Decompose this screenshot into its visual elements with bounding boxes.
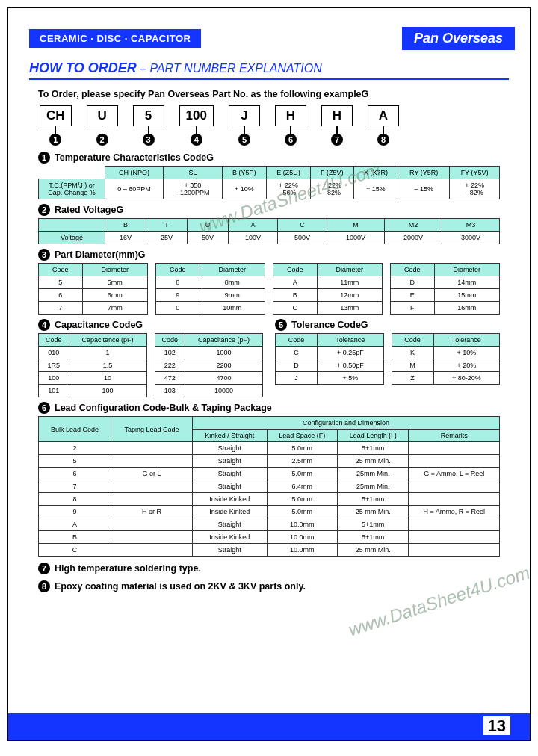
pn-box: 53 [133,105,164,146]
page-number-bar: 13 [8,713,530,740]
sec5-table: CodeToleranceC+ 0.25pFD+ 0.50pFJ+ 5%Code… [275,333,500,385]
hto-main: HOW TO ORDER [29,61,137,75]
sec3-table: CodeDiameter55mm66mm77mmCodeDiameter88mm… [38,263,500,315]
page: www.DataSheet4U.com www.DataSheet4U.com … [7,7,531,741]
sec6-title: 6Lead Configuration Code-Bulk & Taping P… [38,402,500,414]
intro-text: To Order, please specify Pan Overseas Pa… [38,89,500,99]
brand-label: Pan Overseas [402,27,515,50]
sec2-table: BTUACMM2M3 Voltage16V25V50V100V500V1000V… [38,218,500,244]
sec4-table: CodeCapacitance (pF)01011R51.51001010110… [38,333,263,397]
sec5-title: 5Tolerance CodeG [275,319,470,331]
sec7-note: 7High temperature soldering type. [38,563,500,574]
hto-sub: – PART NUMBER EXPLANATION [137,62,322,75]
pn-box: A8 [368,105,399,146]
pn-box: H7 [321,105,353,146]
header-row: CERAMIC · DISC · CAPACITOR Pan Overseas [29,27,515,50]
sec2-title: 2Rated VoltageG [38,204,500,216]
page-number: 13 [483,716,510,735]
pn-box: J5 [229,105,260,146]
sec4-title: 4Capacitance CodeG [38,319,233,331]
sec6-table: Bulk Lead CodeTaping Lead CodeConfigurat… [38,416,500,557]
product-type-label: CERAMIC · DISC · CAPACITOR [29,29,201,48]
pn-box: 1004 [179,105,214,146]
sec1-table: CH (NPO)SLB (Y5P)E (Z5U)F (Z5V)X (X7R)RY… [38,166,500,199]
pn-box: H6 [275,105,306,146]
part-number-row: CH1U2531004J5H6H7A8 [40,105,498,146]
pn-box: U2 [87,105,118,146]
how-to-order-heading: HOW TO ORDER – PART NUMBER EXPLANATION [29,61,509,80]
sec1-title: 1Temperature Characteristics CodeG [38,152,500,164]
sec3-title: 3Part Diameter(mm)G [38,249,500,261]
pn-box: CH1 [40,105,72,146]
sec8-note: 8Epoxy coating material is used on 2KV &… [38,580,500,592]
